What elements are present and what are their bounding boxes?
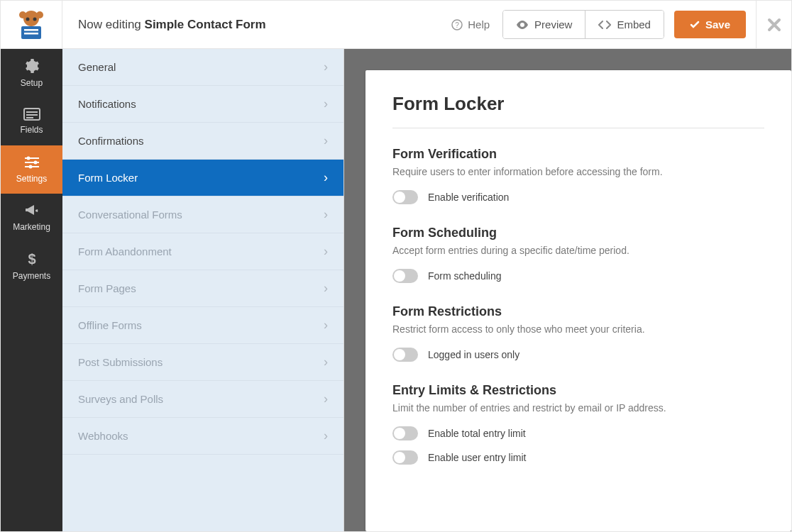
rail-label: Settings <box>16 174 47 184</box>
chevron-right-icon: › <box>324 355 328 370</box>
panel-item-notifications[interactable]: Notifications› <box>62 86 343 123</box>
panel-item-webhooks[interactable]: Webhooks› <box>62 418 343 455</box>
toggle-row-user-entry-limit: Enable user entry limit <box>392 450 764 465</box>
section-desc-entry-limits: Limit the number of entries and restrict… <box>392 402 764 414</box>
toggle-user-entry-limit[interactable] <box>392 450 418 465</box>
divider <box>392 128 764 128</box>
section-desc-restrictions: Restrict form access to only those who m… <box>392 323 764 335</box>
chevron-right-icon: › <box>324 133 328 148</box>
close-button[interactable] <box>756 1 791 49</box>
form-icon <box>23 108 40 121</box>
check-icon <box>690 20 700 30</box>
svg-rect-11 <box>26 111 38 113</box>
panel-item-conversational-forms[interactable]: Conversational Forms› <box>62 196 343 233</box>
svg-text:?: ? <box>455 21 459 29</box>
chevron-right-icon: › <box>324 244 328 259</box>
svg-rect-13 <box>26 117 33 118</box>
embed-button[interactable]: Embed <box>585 11 664 38</box>
svg-point-0 <box>23 11 39 26</box>
toggle-enable-verification[interactable] <box>392 190 418 204</box>
panel-item-post-submissions[interactable]: Post Submissions› <box>62 344 343 381</box>
rail-item-settings[interactable]: Settings <box>1 145 62 194</box>
gear-icon <box>24 58 40 74</box>
section-desc-verification: Require users to enter information befor… <box>392 166 764 177</box>
rail-label: Payments <box>13 271 50 281</box>
preview-embed-group: Preview Embed <box>502 10 664 39</box>
logo[interactable] <box>1 1 62 49</box>
svg-point-2 <box>36 11 43 18</box>
svg-point-15 <box>33 161 37 165</box>
toggle-row-logged-in-users: Logged in users only <box>392 348 764 362</box>
section-title-restrictions: Form Restrictions <box>392 304 764 319</box>
sidebar-rail: Setup Fields Settings Marketing $ Paymen… <box>1 49 62 531</box>
chevron-right-icon: › <box>324 60 328 74</box>
toggle-form-scheduling[interactable] <box>392 269 418 283</box>
rail-item-setup[interactable]: Setup <box>1 49 62 97</box>
toggle-label: Enable user entry limit <box>428 452 527 463</box>
dollar-icon: $ <box>27 251 37 267</box>
svg-rect-7 <box>24 33 38 35</box>
section-title-entry-limits: Entry Limits & Restrictions <box>392 383 764 398</box>
toggle-label: Form scheduling <box>428 270 502 282</box>
chevron-right-icon: › <box>324 392 328 406</box>
svg-point-1 <box>19 11 26 18</box>
form-title: Simple Contact Form <box>145 18 266 31</box>
svg-point-14 <box>26 157 30 160</box>
help-icon: ? <box>451 19 463 31</box>
topbar: Now editing Simple Contact Form ? Help P… <box>1 1 791 49</box>
section-title-scheduling: Form Scheduling <box>392 226 764 240</box>
panel-item-general[interactable]: General› <box>62 49 343 86</box>
chevron-right-icon: › <box>324 428 328 443</box>
page-title: Form Locker <box>392 93 764 115</box>
toggle-label: Enable verification <box>428 192 509 203</box>
rail-item-marketing[interactable]: Marketing <box>1 194 62 242</box>
wpforms-logo-icon <box>14 9 48 40</box>
svg-point-4 <box>33 17 37 21</box>
toggle-logged-in-users[interactable] <box>392 348 418 362</box>
close-icon <box>767 18 781 32</box>
rail-label: Fields <box>20 125 43 135</box>
toggle-row-form-scheduling: Form scheduling <box>392 269 764 283</box>
rail-item-fields[interactable]: Fields <box>1 97 62 145</box>
chevron-right-icon: › <box>324 318 328 333</box>
toggle-row-total-entry-limit: Enable total entry limit <box>392 426 764 440</box>
toggle-row-enable-verification: Enable verification <box>392 190 764 204</box>
svg-text:$: $ <box>28 251 35 267</box>
svg-rect-12 <box>26 114 38 116</box>
settings-panel: General› Notifications› Confirmations› F… <box>62 49 344 531</box>
help-link[interactable]: ? Help <box>451 18 490 31</box>
svg-point-3 <box>26 17 30 21</box>
editing-label: Now editing Simple Contact Form <box>78 18 266 32</box>
chevron-right-icon: › <box>324 207 328 222</box>
rail-label: Setup <box>21 78 43 88</box>
chevron-right-icon: › <box>324 170 328 185</box>
toggle-label: Logged in users only <box>428 349 519 360</box>
panel-item-form-locker[interactable]: Form Locker› <box>62 160 343 196</box>
eye-icon <box>516 21 529 29</box>
panel-item-form-pages[interactable]: Form Pages› <box>62 270 343 307</box>
rail-item-payments[interactable]: $ Payments <box>1 242 62 290</box>
chevron-right-icon: › <box>324 96 328 111</box>
save-button[interactable]: Save <box>674 11 746 38</box>
toggle-total-entry-limit[interactable] <box>392 426 418 440</box>
svg-point-16 <box>28 165 32 169</box>
panel-item-offline-forms[interactable]: Offline Forms› <box>62 307 343 344</box>
panel-item-form-abandonment[interactable]: Form Abandonment› <box>62 233 343 270</box>
chevron-right-icon: › <box>324 281 328 296</box>
toggle-label: Enable total entry limit <box>428 428 526 439</box>
sliders-icon <box>23 155 40 170</box>
code-icon <box>598 21 611 29</box>
rail-label: Marketing <box>13 222 50 232</box>
preview-button[interactable]: Preview <box>503 11 585 38</box>
section-title-verification: Form Verification <box>392 147 764 162</box>
section-desc-scheduling: Accept form entries during a specific da… <box>392 245 764 256</box>
panel-item-surveys-polls[interactable]: Surveys and Polls› <box>62 381 343 418</box>
panel-item-confirmations[interactable]: Confirmations› <box>62 123 343 160</box>
settings-card: Form Locker Form Verification Require us… <box>365 70 791 531</box>
canvas: Form Locker Form Verification Require us… <box>344 49 791 531</box>
svg-rect-6 <box>24 29 38 31</box>
bullhorn-icon <box>24 204 40 218</box>
